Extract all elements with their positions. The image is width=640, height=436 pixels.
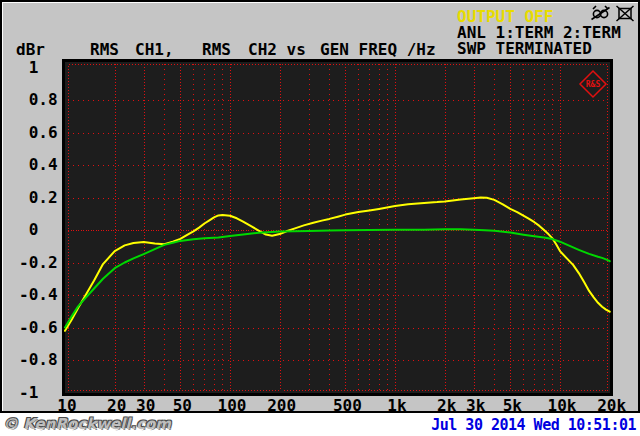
svg-text:R&S: R&S xyxy=(586,80,601,89)
instrument-screen: OUTPUT OFF ANL 1:TERM 2:TERM SWP TERMINA… xyxy=(0,0,640,413)
x-tick-label: 20k xyxy=(584,398,640,414)
trace-header-segment: RMS xyxy=(202,42,231,58)
x-tick-label: 500 xyxy=(319,398,375,414)
y-tick-label: 0.6 xyxy=(19,125,58,141)
x-tick-label: 50 xyxy=(154,398,210,414)
y-tick-label: -0.2 xyxy=(19,255,58,271)
y-tick-label: -0.8 xyxy=(19,352,58,368)
analyzer-screenshot: OUTPUT OFF ANL 1:TERM 2:TERM SWP TERMINA… xyxy=(0,0,640,436)
y-tick-label: 0.4 xyxy=(19,157,58,173)
y-tick-label: 0.2 xyxy=(19,190,58,206)
trace-header-segment: CH1, xyxy=(135,42,174,58)
y-tick-label: 0 xyxy=(19,222,38,238)
y-tick-label: -0.4 xyxy=(19,287,58,303)
datetime-text: Jul 30 2014 Wed 10:51:01 xyxy=(431,416,636,434)
x-tick-label: 200 xyxy=(254,398,310,414)
sweep-status-text: SWP TERMINATED xyxy=(457,41,592,57)
status-icon-group xyxy=(590,5,635,22)
x-tick-label: 1k xyxy=(369,398,425,414)
y-tick-label: 1 xyxy=(19,60,38,76)
y-tick-label: -1 xyxy=(19,385,38,401)
y-tick-label: 0.8 xyxy=(19,92,58,108)
trace-header-segment: GEN FREQ /Hz xyxy=(320,42,436,58)
x-tick-label: 5k xyxy=(484,398,540,414)
x-tick-label: 10k xyxy=(534,398,590,414)
trace-header-segment: CH2 vs xyxy=(248,42,306,58)
monitor-speaker-off-icon xyxy=(590,5,611,22)
x-tick-label: 100 xyxy=(204,398,260,414)
watermark-text: © KenRockwell.com xyxy=(3,415,171,433)
trace-header-segment: RMS xyxy=(90,42,119,58)
x-tick-label: 10 xyxy=(39,398,95,414)
frequency-response-plot: R&S xyxy=(62,59,613,396)
display-off-icon xyxy=(615,5,635,22)
y-axis-unit-label: dBr xyxy=(16,42,45,58)
y-tick-label: -0.6 xyxy=(19,320,58,336)
